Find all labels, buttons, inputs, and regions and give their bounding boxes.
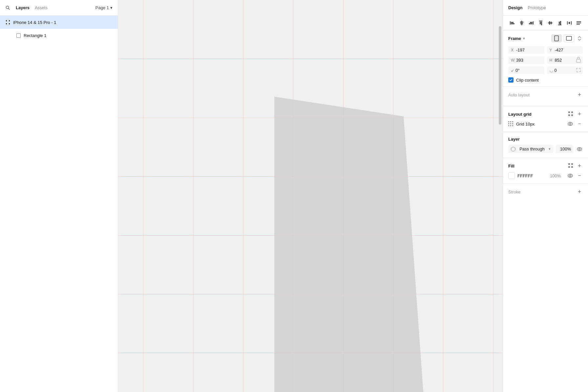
stroke-section: Stroke +: [503, 184, 588, 200]
svg-point-39: [570, 175, 571, 177]
layer-blend-row: Pass through ▾ 100%: [508, 145, 583, 153]
grid-pattern-icon: [508, 121, 514, 127]
auto-layout-add-btn[interactable]: +: [576, 91, 583, 98]
stroke-add-btn[interactable]: +: [576, 188, 583, 195]
svg-rect-23: [559, 22, 560, 24]
right-panel: Design Prototype Fra: [503, 0, 588, 392]
layer-visibility-btn[interactable]: [576, 146, 583, 152]
w-label: W: [511, 58, 515, 63]
svg-rect-29: [577, 23, 581, 23]
svg-marker-6: [274, 97, 423, 392]
grid-name: Grid 10px: [516, 122, 564, 127]
svg-rect-18: [541, 22, 542, 25]
fill-visibility-btn[interactable]: [567, 172, 574, 179]
h-label: H: [550, 58, 554, 63]
alignment-row: [503, 16, 588, 30]
frame-portrait-btn[interactable]: [551, 34, 562, 42]
fill-hex-value: FFFFFF: [517, 173, 547, 178]
blend-mode-label: Pass through: [519, 147, 545, 151]
page-selector-label: Page 1: [95, 5, 109, 10]
fill-title: Fill: [508, 164, 514, 168]
clip-content-row: Clip content: [508, 77, 583, 83]
layer-section-title: Layer: [508, 137, 520, 142]
fill-item-row: FFFFFF 100% −: [508, 172, 583, 179]
blend-mode-selector[interactable]: Pass through ▾: [508, 145, 553, 153]
svg-rect-16: [539, 21, 542, 21]
svg-point-34: [568, 122, 573, 126]
layout-grid-dots-btn[interactable]: [568, 111, 574, 117]
align-center-v-btn[interactable]: [546, 19, 554, 27]
vertical-scrollbar[interactable]: [499, 26, 501, 125]
frame-landscape-btn[interactable]: [564, 34, 574, 42]
svg-rect-7: [510, 21, 511, 25]
frame-chevron[interactable]: ▾: [523, 36, 525, 41]
svg-rect-3: [9, 20, 10, 21]
layout-grid-add-btn[interactable]: +: [576, 111, 583, 117]
layer-section: Layer Pass through ▾ 100%: [503, 132, 588, 158]
auto-layout-title: Auto layout: [508, 92, 530, 97]
svg-rect-14: [530, 22, 533, 23]
y-field[interactable]: Y -427: [547, 46, 583, 54]
svg-rect-21: [551, 22, 552, 24]
clip-content-checkbox[interactable]: [508, 77, 514, 83]
left-top-bar: Layers Assets Page 1 ▾: [0, 0, 118, 16]
h-value: 852: [555, 58, 562, 63]
layers-list: iPhone 14 & 15 Pro - 1 Rectangle 1: [0, 16, 118, 42]
layer-label-frame: iPhone 14 & 15 Pro - 1: [13, 20, 56, 25]
svg-line-1: [9, 8, 10, 10]
svg-rect-5: [9, 23, 10, 24]
auto-layout-section: Auto layout +: [503, 87, 588, 106]
frame-layer-icon: [5, 20, 10, 25]
align-center-h-btn[interactable]: [518, 19, 526, 27]
align-left-btn[interactable]: [508, 19, 516, 27]
svg-rect-15: [529, 23, 533, 24]
y-label: Y: [550, 48, 554, 52]
right-top-tabs: Design Prototype: [503, 0, 588, 16]
svg-rect-9: [511, 23, 514, 24]
align-right-btn[interactable]: [527, 19, 535, 27]
svg-point-36: [577, 147, 582, 151]
rect-layer-icon: [16, 33, 21, 38]
tab-layers[interactable]: Layers: [16, 4, 30, 11]
svg-rect-2: [6, 20, 7, 21]
corner-individual-icon[interactable]: [576, 68, 581, 73]
fill-section: Fill + FFFFFF 100% −: [503, 158, 588, 184]
fill-opacity-value: 100%: [550, 173, 564, 178]
rotation-field[interactable]: ↙ 0°: [508, 67, 544, 74]
frame-collapse-icon[interactable]: [576, 35, 583, 42]
tab-assets[interactable]: Assets: [35, 4, 48, 11]
distribute-h-btn[interactable]: [565, 19, 573, 27]
layer-item-rect[interactable]: Rectangle 1: [0, 29, 118, 42]
tab-design[interactable]: Design: [508, 5, 522, 10]
layer-item-frame[interactable]: iPhone 14 & 15 Pro - 1: [0, 16, 118, 29]
corner-radius-field[interactable]: ◡ 0: [547, 67, 583, 74]
opacity-field[interactable]: 100%: [556, 145, 574, 153]
tab-prototype[interactable]: Prototype: [528, 5, 546, 10]
grid-remove-btn[interactable]: −: [576, 121, 583, 127]
grid-visibility-btn[interactable]: [567, 121, 574, 127]
svg-point-38: [568, 174, 573, 177]
svg-rect-20: [549, 21, 550, 25]
align-bottom-btn[interactable]: [556, 19, 564, 27]
canvas-area[interactable]: [118, 0, 503, 392]
svg-rect-25: [567, 21, 568, 25]
svg-rect-11: [520, 22, 523, 23]
align-top-btn[interactable]: [537, 19, 545, 27]
rotation-value: 0°: [515, 68, 519, 73]
w-field[interactable]: W 393: [508, 56, 544, 64]
fill-color-swatch[interactable]: [508, 172, 515, 179]
svg-rect-33: [577, 59, 580, 62]
x-field[interactable]: X -197: [508, 46, 544, 54]
fill-add-btn[interactable]: +: [576, 163, 583, 169]
fill-dots-btn[interactable]: [568, 163, 574, 168]
svg-rect-27: [569, 22, 570, 24]
fill-remove-btn[interactable]: −: [576, 172, 583, 179]
more-align-btn[interactable]: [575, 19, 583, 27]
constrain-icon[interactable]: [576, 56, 581, 64]
h-field[interactable]: H 852: [547, 56, 583, 64]
blend-circle-icon: [511, 147, 515, 151]
page-selector[interactable]: Page 1 ▾: [95, 5, 113, 10]
search-icon[interactable]: [5, 5, 10, 10]
svg-rect-30: [577, 24, 580, 25]
clip-content-label: Clip content: [516, 78, 539, 83]
